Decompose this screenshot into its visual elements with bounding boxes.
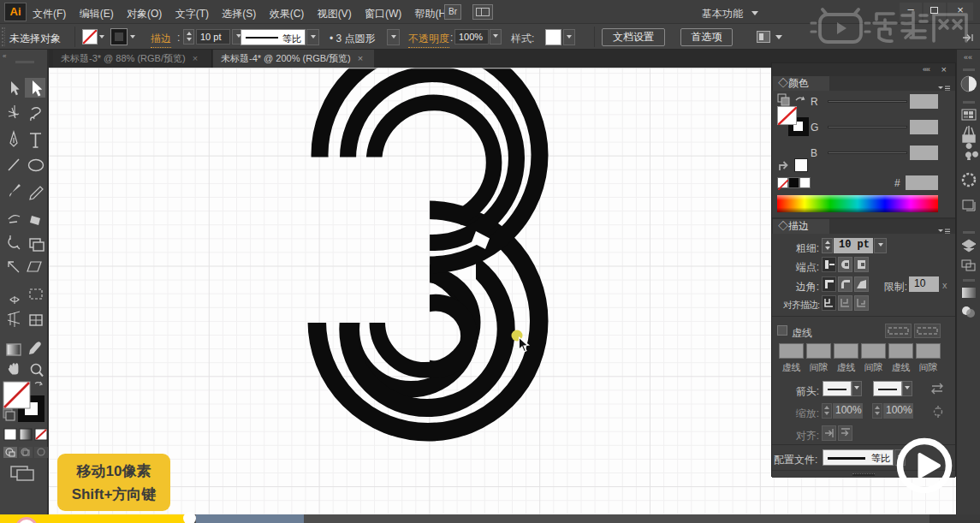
svg-text:««: «« (964, 53, 972, 62)
svg-text:«: « (3, 52, 7, 60)
